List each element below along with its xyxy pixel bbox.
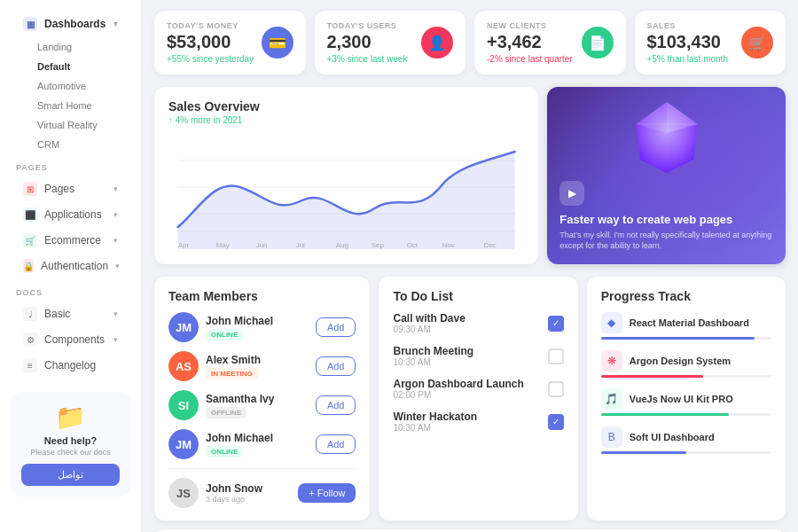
progress-item: B Soft UI Dashboard	[601, 426, 771, 454]
dashboard-icon: ▦	[23, 17, 37, 31]
sidebar-sub-automotive[interactable]: Automotive	[0, 76, 141, 96]
progress-bar-fill-3	[601, 451, 686, 454]
basic-icon: ♩	[23, 307, 37, 321]
sidebar-sub-smart-home[interactable]: Smart Home	[0, 96, 141, 115]
member-status-0: ONLINE	[206, 329, 243, 340]
sidebar-sub-default[interactable]: Default	[0, 57, 141, 76]
chevron-icon-ecom: ▾	[113, 236, 118, 245]
progress-title: Progress Track	[601, 289, 771, 303]
member-info-2: Samantha Ivy OFFLINE	[206, 393, 274, 419]
progress-item: 🎵 VueJs Now UI Kit PRO	[601, 388, 771, 416]
member-info-0: John Michael ONLINE	[206, 315, 273, 340]
comp-icon: ⚙	[23, 332, 37, 347]
team-members-list: JM John Michael ONLINE Add AS Alex Smith…	[168, 312, 356, 459]
promo-title: Faster way to create web pages	[559, 213, 773, 226]
sales-overview-card: Sales Overview ↑ 4% more in 2021 Apr May	[154, 87, 538, 264]
main-content: TODAY'S MONEY $53,000 +55% since yesterd…	[142, 0, 798, 532]
progress-bar-bg-2	[601, 413, 771, 416]
member-info-1: Alex Smith IN MEETING	[206, 354, 261, 379]
sidebar-item-changelog[interactable]: ≡ Changelog	[7, 353, 134, 378]
todo-text-1: Brunch Meeting 10:30 AM	[393, 345, 538, 367]
chevron-icon-auth: ▾	[115, 262, 120, 270]
add-member-button-0[interactable]: Add	[316, 317, 356, 337]
add-member-button-3[interactable]: Add	[316, 434, 356, 454]
todo-title-2: Argon Dashboard Launch	[393, 378, 538, 390]
add-member-button-2[interactable]: Add	[316, 395, 356, 415]
sidebar-sub-crm[interactable]: CRM	[0, 135, 141, 154]
todo-text-2: Argon Dashboard Launch 02:00 PM	[393, 378, 538, 400]
sidebar-label-ecom: Ecommerce	[44, 234, 101, 246]
footer-time: 3 days ago	[206, 495, 262, 504]
progress-row-1: ❋ Argon Design System	[601, 350, 771, 372]
stat-info-0: TODAY'S MONEY $53,000 +55% since yesterd…	[167, 21, 254, 64]
sidebar-item-apps[interactable]: ⬛ Applications ▾	[7, 202, 134, 227]
stat-card-1: TODAY'S USERS 2,300 +3% since last week …	[315, 11, 466, 74]
sidebar-sub-vr[interactable]: Virtual Reality	[0, 115, 141, 135]
todo-text-0: Call with Dave 09:30 AM	[393, 312, 538, 334]
sidebar-item-pages[interactable]: ⊞ Pages ▾	[7, 176, 134, 201]
sidebar-item-ecom[interactable]: 🛒 Ecommerce ▾	[7, 228, 134, 253]
member-avatar-0: JM	[168, 312, 199, 342]
sidebar-sub-landing[interactable]: Landing	[0, 37, 141, 57]
todo-title-1: Brunch Meeting	[393, 345, 538, 357]
follow-button[interactable]: + Follow	[298, 483, 356, 503]
bottom-row: Team Members JM John Michael ONLINE Add …	[154, 277, 786, 520]
sidebar-item-dashboards[interactable]: ▦ Dashboards ▾	[7, 12, 134, 36]
progress-bar-bg-3	[601, 451, 771, 454]
sidebar-label-auth: Authentication	[41, 260, 108, 272]
todo-item: Argon Dashboard Launch 02:00 PM	[393, 378, 563, 400]
help-button[interactable]: تواصل	[21, 464, 120, 486]
stat-value-2: +3,462	[487, 32, 573, 52]
progress-bar-fill-1	[601, 375, 703, 378]
todo-checkbox-3[interactable]: ✓	[548, 414, 564, 430]
progress-bar-fill-2	[601, 413, 729, 416]
todo-checkbox-0[interactable]: ✓	[548, 316, 564, 332]
add-member-button-1[interactable]: Add	[316, 356, 356, 376]
todo-checkbox-2[interactable]	[548, 381, 564, 397]
promo-play-icon[interactable]: ▶	[559, 181, 584, 206]
todo-card: To Do List Call with Dave 09:30 AM ✓ Bru…	[379, 277, 577, 520]
todo-title-0: Call with Dave	[393, 312, 538, 325]
todo-title-3: Winter Hackaton	[393, 411, 538, 423]
progress-name-3: Soft UI Dashboard	[630, 432, 771, 442]
member-status-1: IN MEETING	[206, 368, 258, 379]
stat-icon-2: 📄	[582, 27, 614, 59]
chevron-icon: ▾	[113, 20, 118, 28]
sidebar-item-basic[interactable]: ♩ Basic ▾	[7, 301, 134, 326]
todo-checkbox-1[interactable]	[548, 348, 564, 364]
progress-bar-bg-1	[601, 375, 771, 378]
stat-card-3: SALES $103,430 +5% than last month 🛒	[635, 11, 786, 74]
stat-change-1: +3% since last week	[327, 54, 408, 64]
member-avatar-3: JM	[168, 429, 199, 459]
sidebar-item-auth[interactable]: 🔒 Authentication ▾	[7, 254, 134, 278]
member-status-2: OFFLINE	[206, 407, 246, 419]
progress-icon-1: ❋	[601, 350, 622, 372]
sidebar-label-apps: Applications	[44, 208, 102, 221]
sidebar-label-pages: Pages	[44, 183, 74, 195]
stat-icon-3: 🛒	[741, 27, 773, 59]
member-name-1: Alex Smith	[206, 354, 261, 366]
sidebar-item-components[interactable]: ⚙ Components ▾	[7, 327, 134, 352]
progress-name-2: VueJs Now UI Kit PRO	[630, 394, 771, 404]
member-name-3: John Michael	[206, 432, 273, 444]
progress-row-3: B Soft UI Dashboard	[601, 426, 771, 448]
todo-text-3: Winter Hackaton 10:30 AM	[393, 411, 538, 433]
progress-item: ❋ Argon Design System	[601, 350, 771, 378]
svg-text:Jun: Jun	[256, 241, 268, 249]
help-subtitle: Please check our docs	[21, 448, 120, 457]
stat-icon-1: 👤	[421, 27, 453, 59]
todo-item: Winter Hackaton 10:30 AM ✓	[393, 411, 563, 433]
stat-card-2: NEW CLIENTS +3,462 -2% since last quarte…	[474, 11, 626, 74]
stat-label-2: NEW CLIENTS	[487, 21, 573, 30]
progress-name-1: Argon Design System	[630, 356, 771, 366]
footer-name: John Snow	[206, 482, 262, 495]
member-avatar-1: AS	[168, 351, 199, 381]
stat-change-3: +5% than last month	[647, 54, 728, 64]
ecom-icon: 🛒	[23, 233, 37, 247]
stat-icon-0: 💳	[262, 27, 293, 59]
member-status-3: ONLINE	[206, 446, 243, 458]
team-member-row: AS Alex Smith IN MEETING Add	[168, 351, 356, 381]
todo-item: Brunch Meeting 10:30 AM	[393, 345, 563, 367]
todo-time-3: 10:30 AM	[393, 423, 538, 433]
footer-info: John Snow 3 days ago	[206, 482, 262, 504]
